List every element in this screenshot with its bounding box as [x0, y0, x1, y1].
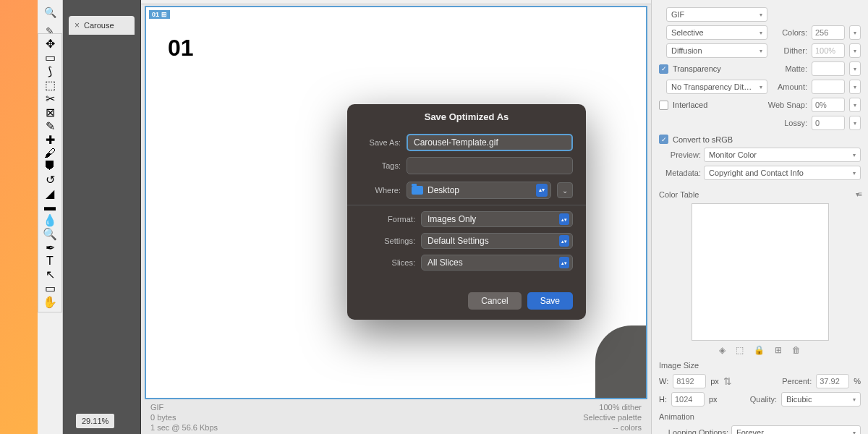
settings-select[interactable]: Default Settings▴▾ [421, 233, 573, 249]
websnap-input[interactable] [812, 98, 845, 112]
dither-input[interactable] [812, 43, 845, 58]
footer-palette: Selective palette [583, 412, 642, 422]
history-brush-icon[interactable]: ↺ [46, 173, 55, 187]
footer-format: GIF [150, 402, 218, 412]
gradient-tool-icon[interactable]: ▬ [44, 200, 56, 213]
ct-icon-snap[interactable]: ◈ [719, 345, 726, 355]
ct-icon-lock[interactable]: 🔒 [754, 345, 765, 355]
type-tool-icon[interactable]: T [46, 255, 54, 268]
dither-stepper[interactable]: ▾ [849, 43, 861, 58]
link-icon[interactable]: ⇅ [723, 375, 732, 387]
preset-select[interactable]: GIF▾ [666, 7, 767, 22]
slice-badge: 01 ⊞ [149, 10, 170, 19]
amount-label: Amount: [778, 82, 807, 91]
settings-label: Settings: [360, 237, 415, 245]
websnap-stepper[interactable]: ▾ [849, 98, 861, 112]
looping-label: Looping Options: [659, 428, 728, 434]
cancel-button[interactable]: Cancel [468, 292, 521, 310]
slices-select[interactable]: All Slices▴▾ [421, 255, 573, 271]
interlaced-checkbox[interactable] [659, 101, 668, 110]
looping-select[interactable]: Forever▾ [731, 425, 861, 434]
interlaced-label: Interlaced [673, 101, 707, 109]
dither-method-select[interactable]: Diffusion▾ [666, 43, 767, 58]
lossy-input[interactable] [812, 116, 845, 130]
outer-backdrop [0, 0, 38, 434]
eraser-tool-icon[interactable]: ◢ [46, 187, 54, 200]
eyedropper-icon[interactable]: ✎ [46, 119, 55, 133]
canvas-content-number: 01 [168, 35, 194, 61]
color-table[interactable] [692, 203, 829, 341]
quality-select[interactable]: Bicubic▾ [781, 392, 861, 407]
where-stepper-icon[interactable]: ▴▾ [536, 184, 548, 197]
footer-colors: -- colors [583, 422, 642, 433]
color-table-menu-icon[interactable]: ▾≡ [856, 190, 861, 198]
blur-tool-icon[interactable]: 💧 [43, 213, 57, 227]
dialog-title: Save Optimized As [347, 104, 586, 129]
width-input[interactable] [673, 374, 706, 388]
stamp-tool-icon[interactable]: ⛊ [44, 160, 56, 173]
colors-input[interactable] [812, 25, 845, 40]
format-select[interactable]: Images Only▴▾ [421, 211, 573, 227]
frame-tool-icon[interactable]: ⊠ [46, 106, 55, 119]
optimize-panel: GIF▾ Selective▾ Colors: ▾ Diffusion▾ Dit… [651, 0, 868, 434]
amount-input[interactable] [812, 80, 845, 94]
brush-tool-icon[interactable]: 🖌 [44, 147, 56, 160]
rectangle-tool-icon[interactable]: ▭ [45, 281, 56, 295]
matte-dropdown[interactable]: ▾ [849, 61, 861, 76]
colors-label: Colors: [782, 28, 807, 37]
trans-dither-select[interactable]: No Transparency Dit…▾ [666, 80, 767, 94]
lossy-label: Lossy: [784, 119, 807, 127]
w-label: W: [659, 377, 668, 386]
lossy-stepper[interactable]: ▾ [849, 116, 861, 130]
ps-toolbar: ✥ ▭ ⟆ ⬚ ✂ ⊠ ✎ ✚ 🖌 ⛊ ↺ ◢ ▬ 💧 🔍 ✒ T ↖ ▭ ✋ [38, 33, 62, 312]
matte-swatch[interactable] [812, 61, 845, 76]
save-button[interactable]: Save [527, 292, 573, 310]
hand-tool-icon[interactable]: ✋ [43, 295, 57, 309]
footer-timing: 1 sec @ 56.6 Kbps [150, 422, 218, 433]
close-tab-icon[interactable]: × [75, 20, 80, 30]
px-label-h: px [709, 395, 718, 404]
transparency-label: Transparency [673, 64, 721, 73]
folder-icon [412, 186, 423, 195]
save-as-input[interactable] [407, 134, 573, 151]
expand-browser-button[interactable]: ⌄ [557, 182, 573, 198]
path-select-icon[interactable]: ↖ [46, 268, 55, 281]
ct-icon-trash[interactable]: 🗑 [792, 345, 801, 355]
pen-tool-icon[interactable]: ✒ [46, 241, 55, 255]
preview-select[interactable]: Monitor Color▾ [704, 148, 861, 162]
amount-stepper[interactable]: ▾ [849, 80, 861, 94]
marquee-tool-icon[interactable]: ▭ [45, 51, 56, 64]
zoom-tool-icon[interactable]: 🔍 [41, 3, 59, 22]
srgb-label: Convert to sRGB [673, 135, 733, 144]
colors-stepper[interactable]: ▾ [849, 25, 861, 40]
quality-label: Quality: [750, 395, 777, 404]
healing-tool-icon[interactable]: ✚ [46, 133, 55, 147]
where-select[interactable]: Desktop ▴▾ [407, 182, 551, 199]
crop-tool-icon[interactable]: ✂ [46, 92, 55, 106]
metadata-label: Metadata: [659, 169, 701, 177]
websnap-label: Web Snap: [768, 101, 807, 109]
dodge-tool-icon[interactable]: 🔍 [43, 227, 57, 241]
move-tool-icon[interactable]: ✥ [46, 37, 55, 51]
image-content [595, 326, 646, 398]
footer-dither: 100% dither [583, 402, 642, 412]
ct-icon-new[interactable]: ⊞ [775, 345, 782, 355]
zoom-percentage[interactable]: 29.11% [76, 414, 114, 428]
metadata-select[interactable]: Copyright and Contact Info▾ [704, 166, 861, 180]
color-table-title: Color Table [659, 190, 699, 199]
document-tab-label: Carouse [84, 21, 114, 30]
dither-label: Dither: [784, 46, 807, 55]
slices-label: Slices: [360, 258, 415, 267]
format-label: Format: [360, 215, 415, 224]
matte-label: Matte: [785, 64, 807, 73]
srgb-checkbox[interactable]: ✓ [659, 135, 668, 144]
quick-select-tool-icon[interactable]: ⬚ [45, 78, 56, 92]
lasso-tool-icon[interactable]: ⟆ [48, 64, 52, 78]
percent-input[interactable] [816, 374, 849, 388]
transparency-checkbox[interactable]: ✓ [659, 64, 668, 74]
height-input[interactable] [671, 392, 705, 407]
color-reduction-select[interactable]: Selective▾ [666, 25, 767, 40]
ct-icon-cube[interactable]: ⬚ [736, 345, 744, 355]
tags-input[interactable] [407, 157, 573, 174]
document-tab[interactable]: × Carouse [69, 16, 135, 35]
